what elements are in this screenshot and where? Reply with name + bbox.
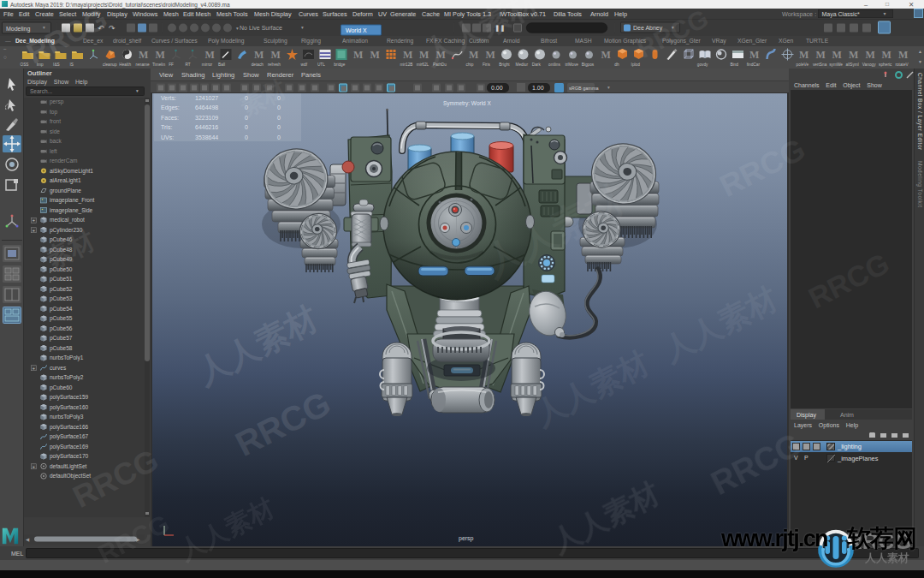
svg-text:M: M [749, 49, 759, 61]
svg-text:M: M [139, 49, 148, 61]
svg-text:M: M [419, 49, 429, 61]
svg-text:M: M [155, 49, 164, 61]
svg-text:M: M [469, 49, 478, 61]
svg-text:M: M [601, 49, 611, 61]
svg-text:M: M [832, 49, 842, 61]
svg-text:M: M [898, 49, 908, 61]
svg-text:M: M [370, 49, 379, 61]
svg-text:M: M [204, 49, 214, 61]
svg-text:M: M [403, 49, 412, 61]
svg-text:M: M [353, 49, 363, 61]
svg-text:M: M [254, 49, 264, 61]
svg-text:M: M [799, 49, 808, 61]
svg-text:M: M [815, 49, 825, 61]
svg-text:M: M [436, 49, 446, 61]
svg-text:M: M [485, 49, 495, 61]
svg-text:M: M [271, 49, 281, 61]
svg-text:M: M [882, 49, 891, 61]
svg-text:M: M [865, 49, 874, 61]
svg-text:M: M [849, 49, 858, 61]
